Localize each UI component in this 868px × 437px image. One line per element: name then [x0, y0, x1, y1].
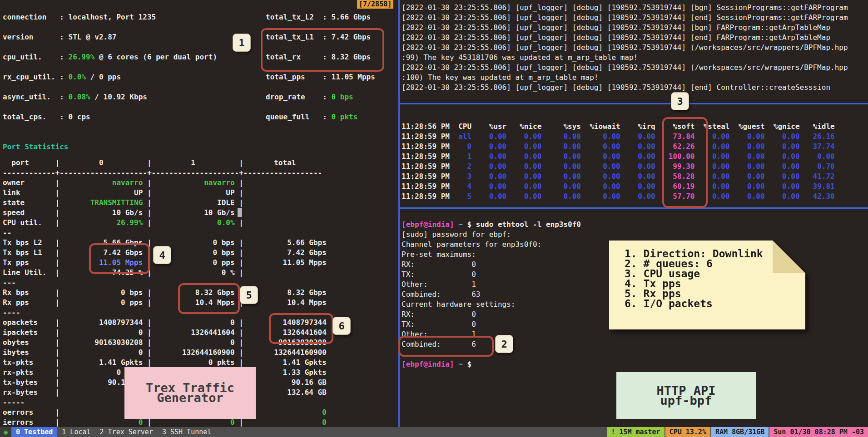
text-segment [327, 288, 331, 297]
log-text: [2022-01-30 23:25:55.806] [upf_logger] [… [402, 83, 830, 92]
trex-traffic-generator-label: Trex TrafficGenerator [124, 367, 256, 419]
log-line: :100) The key was updated at m_arp_table… [402, 73, 866, 83]
stat-line: async_util. : 0.08% / 10.92 Kbps [3, 93, 217, 113]
log-line: [2022-01-30 23:25:55.806] [upf_logger] [… [402, 33, 866, 43]
mpstat-value: 0.00 [730, 192, 765, 201]
stat-text: total_tx_L2 : 5.66 Gbps [266, 13, 371, 21]
mpstat-header-cell: %iowait [581, 122, 620, 131]
mpstat-value: 0.00 [541, 182, 581, 191]
text-segment: | [143, 198, 151, 207]
mpstat-value: 39.81 [800, 182, 835, 191]
port-table-row: --- [3, 278, 331, 288]
stat-text: async_util. : [3, 93, 69, 101]
cell-value: IDLE [217, 198, 235, 207]
window-tab-trex-server[interactable]: 2 Trex Server [95, 427, 158, 437]
header-cells: port | 0 | 1 | total [3, 158, 331, 167]
prompt-user: [ebpf@india] [402, 360, 454, 368]
cell-value: 1.33 Gpkts [283, 368, 327, 377]
stat-line: drop_rate : 0 bps [266, 93, 375, 113]
output-text: [sudo] password for ebpf: [402, 230, 511, 239]
command-text: sudo ethtool -l enp3s0f0 [476, 220, 581, 229]
cell-value: 90.16 GB [292, 378, 327, 387]
cell-value: UP [134, 188, 143, 197]
window-tab-ssh-tunnel[interactable]: 3 SSH Tunnel [158, 427, 216, 437]
stat-text: version : STL @ v2.87 [3, 33, 116, 41]
stat-text: 0 bps [332, 93, 353, 101]
mpstat-cpu-id: 1 [450, 152, 471, 161]
text-segment [243, 188, 327, 197]
cell-value: 0 [139, 348, 143, 357]
mpstat-row: 11:28:59 PM 2 0.00 0.00 0.00 0.00 0.00 9… [402, 162, 866, 172]
mpstat-row: 11:28:59 PM 5 0.00 0.00 0.00 0.00 0.00 5… [402, 191, 866, 201]
mpstat-row: 11:28:59 PM 0 0.00 0.00 0.00 0.00 0.00 6… [402, 142, 866, 152]
text-segment [327, 258, 331, 267]
upf-logger-pane[interactable]: [2022-01-30 23:25:55.806] [upf_logger] [… [402, 3, 866, 93]
port-table-row: ibytes | 0 | 132644160900 | 132644160900 [3, 348, 331, 358]
text-segment [243, 208, 327, 217]
label-line: upf-bpf [660, 396, 712, 406]
mpstat-header: 11:28:56 PM CPU %usr %nice %sys %iowait … [402, 122, 866, 132]
log-line: [2022-01-30 23:25:55.806] [upf_logger] [… [402, 63, 866, 73]
mpstat-time: 11:28:59 PM [402, 162, 450, 171]
mpstat-value: 0.00 [541, 162, 581, 171]
pane-divider-horizontal-bottom[interactable] [400, 207, 868, 209]
text-segment [327, 198, 331, 207]
ram-segment: RAM 8GB/31GB [711, 427, 769, 437]
window-tab-testbed[interactable]: 0 Testbed [11, 427, 57, 437]
log-text: [2022-01-30 23:25:55.806] [upf_logger] [… [402, 23, 830, 32]
text-segment [327, 218, 331, 227]
row-label: rx-bytes | [3, 388, 60, 397]
output-text: Combined: 63 [402, 290, 480, 299]
port-table-separator: ------------+--------------------+------… [3, 168, 331, 178]
label-text: Generator [157, 391, 223, 405]
window-tab-local[interactable]: 1 Local [57, 427, 95, 437]
mpstat-header-cell: %idle [800, 122, 835, 131]
row-label: oerrors | [3, 408, 60, 417]
text-segment [60, 348, 138, 357]
pane-divider-vertical[interactable] [398, 0, 400, 427]
stat-line: total_pps : 11.05 Mpps [266, 73, 375, 93]
prompt-path: ~ [458, 360, 463, 368]
mpstat-value: 0.00 [506, 142, 541, 151]
cell-value: 132.64 GB [287, 388, 327, 397]
text-segment [152, 348, 182, 357]
mpstat-pane[interactable]: 11:28:56 PM CPU %usr %nice %sys %iowait … [402, 122, 866, 201]
mpstat-value: 0.00 [730, 162, 765, 171]
log-text: :100) The key was updated at m_arp_table… [402, 73, 598, 82]
pane-divider-horizontal-top[interactable] [400, 103, 868, 104]
text-segment: | [235, 188, 243, 197]
text-segment: | [143, 328, 151, 337]
callout-badge-6: 6 [332, 317, 351, 335]
text-segment: | [143, 318, 151, 327]
callout-badge-1: 1 [233, 34, 251, 52]
text-segment: | [143, 178, 151, 187]
mpstat-value: 42.30 [800, 192, 835, 201]
stat-text: 0 pkts [332, 113, 358, 121]
row-divider: ----- [3, 398, 25, 407]
text-segment [454, 220, 459, 229]
cell-value: 0 [230, 318, 235, 327]
cell-value: 0 [322, 408, 327, 417]
mpstat-value: 0.00 [620, 142, 655, 151]
text-segment [243, 218, 327, 227]
mpstat-value: 0.00 [620, 152, 655, 161]
text-segment [60, 418, 138, 427]
text-segment: | [143, 208, 151, 217]
mpstat-time: 11:28:59 PM [402, 192, 450, 201]
mpstat-value: 37.74 [800, 142, 835, 151]
mpstat-value: 0.00 [730, 182, 765, 191]
text-segment [60, 368, 116, 377]
row-label: state | [3, 198, 60, 207]
cell-value: 0 [322, 418, 327, 427]
cell-value: 1408797344 [99, 318, 143, 327]
mpstat-value: 0.00 [620, 192, 655, 201]
row-label: Line Util. | [3, 268, 60, 277]
port-table-row: ierrors | 0 | 0 | 0 [3, 417, 331, 427]
mpstat-value: 0.00 [471, 192, 506, 201]
text-segment: | [235, 248, 243, 257]
text-segment [327, 248, 331, 257]
port-table-row: Rx pps | 0 pps | 10.4 Mpps | 10.4 Mpps [3, 298, 331, 308]
output-text: TX: 0 [402, 270, 476, 279]
session-indicator-icon: ◉ [0, 427, 11, 437]
port-table-row: -- [3, 228, 331, 238]
